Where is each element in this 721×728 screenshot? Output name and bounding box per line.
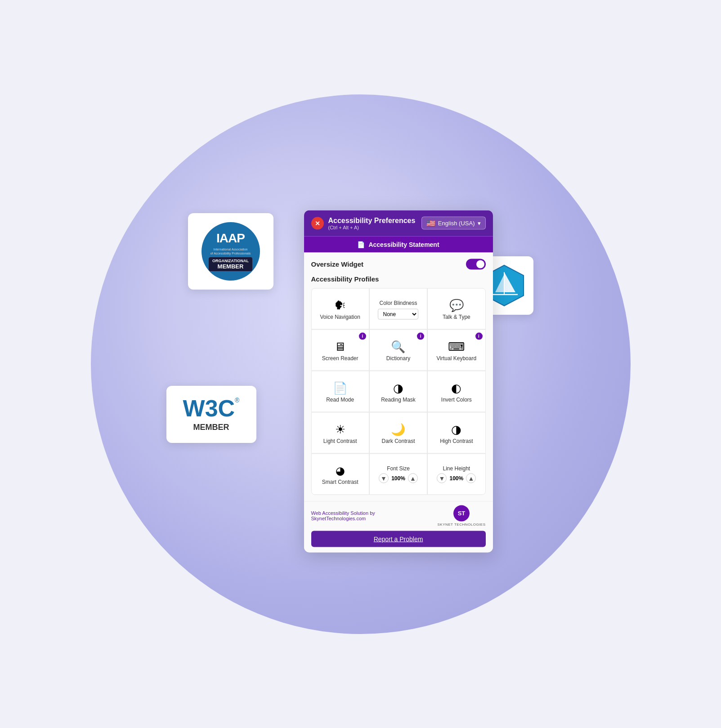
report-problem-button[interactable]: Report a Problem [311,531,486,547]
smart-contrast-item[interactable]: ◕ Smart Contrast [312,454,369,494]
line-height-stepper: ▼ 100% ▲ [437,473,476,483]
accessibility-statement-bar[interactable]: 📄 Accessibility Statement [304,236,493,252]
oversize-widget-label: Oversize Widget [311,260,364,268]
dark-contrast-item[interactable]: 🌙 Dark Contrast [370,412,427,453]
widget-shortcut: (Ctrl + Alt + A) [328,224,416,230]
line-height-value: 100% [448,475,464,481]
widget-body: Oversize Widget Accessibility Profiles 🗣… [304,252,493,501]
screen-reader-icon: 🖥 [334,340,346,352]
virtual-keyboard-icon: ⌨ [448,340,465,352]
iaap-member: MEMBER [212,263,249,270]
smart-contrast-label: Smart Contrast [322,478,358,485]
font-size-decrement[interactable]: ▼ [379,473,389,483]
invert-colors-icon: ◐ [451,382,461,393]
profiles-section-label: Accessibility Profiles [311,275,486,282]
light-contrast-label: Light Contrast [323,438,357,444]
screen-reader-info-icon: i [359,332,366,339]
reading-mask-label: Reading Mask [381,396,416,402]
color-blindness-select[interactable]: None Protanopia Deuteranopia Tritanopia [378,308,418,319]
line-height-decrement[interactable]: ▼ [437,473,447,483]
header-left: ✕ Accessibility Preferences (Ctrl + Alt … [311,216,416,230]
color-blindness-item: Color Blindness None Protanopia Deuteran… [370,288,427,329]
widget-header: ✕ Accessibility Preferences (Ctrl + Alt … [304,210,493,236]
footer-logo-circle: ST [453,505,470,521]
line-height-item: Line Height ▼ 100% ▲ [428,454,485,494]
font-size-label: Font Size [387,465,410,471]
accessibility-widget: ✕ Accessibility Preferences (Ctrl + Alt … [304,210,493,552]
talk-and-type-item[interactable]: 💬 Talk & Type [428,288,485,329]
footer-branding: Web Accessibility Solution by SkynetTech… [311,505,486,526]
iaap-organizational: ORGANIZATIONAL [212,259,249,263]
font-size-increment[interactable]: ▲ [408,473,418,483]
line-height-label: Line Height [443,465,470,471]
close-button[interactable]: ✕ [311,217,324,229]
widget-footer: Web Accessibility Solution by SkynetTech… [304,501,493,552]
w3c-member: MEMBER [193,423,229,432]
smart-contrast-icon: ◕ [336,465,345,476]
font-size-item: Font Size ▼ 100% ▲ [370,454,427,494]
footer-logo-sub: SKYNET TECHNOLOGIES [437,522,485,526]
screen-reader-label: Screen Reader [322,355,358,361]
oversize-widget-toggle[interactable] [466,259,486,269]
invert-colors-item[interactable]: ◐ Invert Colors [428,371,485,411]
footer-branding-line2: SkynetTechnologies.com [311,516,375,521]
language-selector[interactable]: 🇺🇸 English (USA) ▾ [421,217,486,230]
widget-title: Accessibility Preferences [328,216,416,224]
w3c-registered: ® [235,397,239,404]
talk-type-icon: 💬 [449,299,464,311]
flag-icon: 🇺🇸 [426,219,435,228]
high-contrast-icon: ◑ [451,423,461,435]
footer-logo: ST SKYNET TECHNOLOGIES [437,505,485,526]
high-contrast-item[interactable]: ◑ High Contrast [428,412,485,453]
dark-contrast-icon: 🌙 [391,423,405,435]
reading-mask-item[interactable]: ◑ Reading Mask [370,371,427,411]
statement-label: Accessibility Statement [368,241,439,248]
font-size-value: 100% [390,475,406,481]
invert-colors-label: Invert Colors [441,396,472,402]
dictionary-info-icon: i [417,332,424,339]
w3c-logo: W3C [183,397,235,420]
language-label: English (USA) [438,220,475,227]
footer-branding-text: Web Accessibility Solution by SkynetTech… [311,510,375,521]
virtual-keyboard-info-icon: i [475,332,483,339]
iaap-subtitle: International Associationof Accessibilit… [210,247,251,255]
read-mode-icon: 📄 [333,382,347,393]
read-mode-item[interactable]: 📄 Read Mode [312,371,369,411]
voice-navigation-icon: 🗣 [334,299,346,311]
background-circle: IAAP International Associationof Accessi… [91,94,631,634]
statement-icon: 📄 [357,241,365,248]
high-contrast-label: High Contrast [440,438,473,444]
virtual-keyboard-label: Virtual Keyboard [437,355,477,361]
oversize-widget-row: Oversize Widget [311,259,486,269]
dictionary-icon: 🔍 [391,340,405,352]
color-blindness-label: Color Blindness [379,299,417,306]
iaap-badge: IAAP International Associationof Accessi… [202,222,260,281]
talk-type-label: Talk & Type [443,313,470,320]
dark-contrast-label: Dark Contrast [381,438,415,444]
voice-navigation-item[interactable]: 🗣 Voice Navigation [312,288,369,329]
header-title-group: Accessibility Preferences (Ctrl + Alt + … [328,216,416,230]
iaap-card: IAAP International Associationof Accessi… [188,213,273,290]
dictionary-item[interactable]: i 🔍 Dictionary [370,330,427,370]
iaap-banner: ORGANIZATIONAL MEMBER [209,257,252,271]
font-size-stepper: ▼ 100% ▲ [379,473,418,483]
virtual-keyboard-item[interactable]: i ⌨ Virtual Keyboard [428,330,485,370]
screen-reader-item[interactable]: i 🖥 Screen Reader [312,330,369,370]
chevron-down-icon: ▾ [478,220,481,227]
footer-branding-line1: Web Accessibility Solution by [311,510,375,516]
line-height-increment[interactable]: ▲ [466,473,476,483]
iaap-title: IAAP [216,231,245,246]
profiles-grid: 🗣 Voice Navigation Color Blindness None … [311,288,486,495]
w3c-card: W3C ® MEMBER [166,386,256,443]
read-mode-label: Read Mode [326,396,354,402]
voice-navigation-label: Voice Navigation [320,313,360,320]
light-contrast-item[interactable]: ☀ Light Contrast [312,412,369,453]
dictionary-label: Dictionary [386,355,410,361]
light-contrast-icon: ☀ [335,423,345,435]
reading-mask-icon: ◑ [393,382,403,393]
